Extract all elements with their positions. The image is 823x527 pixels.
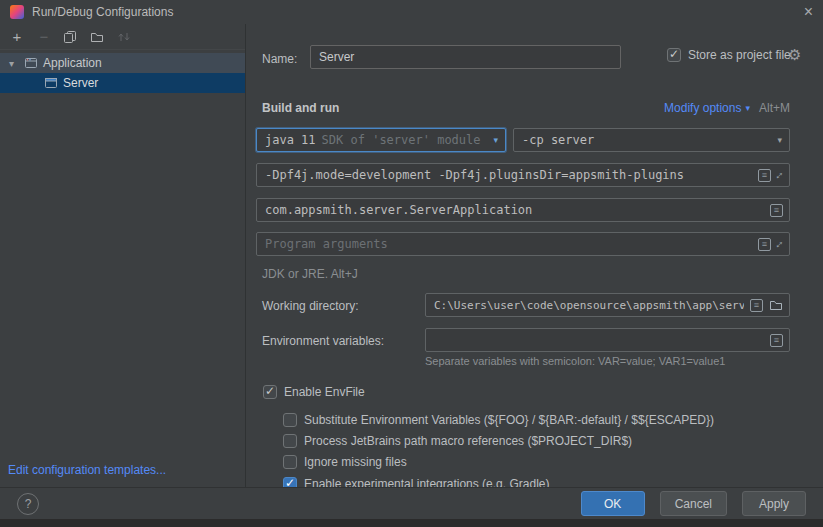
- program-arguments-field[interactable]: Program arguments ≡ ↕: [256, 232, 790, 256]
- remove-icon[interactable]: −: [36, 29, 52, 45]
- help-button[interactable]: ?: [17, 493, 39, 515]
- jre-inline-hint: SDK of 'server' module: [322, 133, 481, 147]
- edit-templates-link[interactable]: Edit configuration templates...: [8, 463, 166, 477]
- gear-icon[interactable]: ⚙: [788, 46, 801, 64]
- jre-combo[interactable]: java 11 SDK of 'server' module ▾: [256, 128, 506, 152]
- process-path-macros-label: Process JetBrains path macro references …: [304, 434, 632, 448]
- expand-field-icon[interactable]: ↕: [774, 169, 787, 182]
- environment-variables-label: Environment variables:: [262, 334, 384, 348]
- cp-value: -cp server: [522, 133, 594, 147]
- main-class-field[interactable]: com.appsmith.server.ServerApplication ≡: [256, 198, 790, 222]
- dialog-title: Run/Debug Configurations: [32, 5, 173, 19]
- cancel-button[interactable]: Cancel: [660, 491, 727, 516]
- macros-icon[interactable]: ≡: [770, 334, 783, 347]
- modify-options-link[interactable]: Modify options: [664, 101, 741, 115]
- modify-options[interactable]: Modify options ▾ Alt+M: [664, 101, 790, 115]
- chevron-down-icon: ▾: [745, 103, 750, 113]
- run-config-icon: [44, 76, 58, 90]
- store-as-project-checkbox[interactable]: [667, 48, 681, 62]
- working-directory-field[interactable]: C:\Users\user\code\opensource\appsmith\a…: [425, 293, 790, 317]
- vm-options-field[interactable]: -Dpf4j.mode=development -Dpf4j.pluginsDi…: [256, 163, 790, 187]
- working-directory-value: C:\Users\user\code\opensource\appsmith\a…: [434, 299, 744, 312]
- ignore-missing-files-checkbox[interactable]: [283, 455, 297, 469]
- enable-envfile-label: Enable EnvFile: [284, 385, 365, 399]
- enable-envfile-checkbox[interactable]: [263, 385, 277, 399]
- modify-options-shortcut: Alt+M: [759, 101, 790, 115]
- name-label: Name:: [262, 52, 297, 66]
- main-class-value: com.appsmith.server.ServerApplication: [265, 203, 764, 217]
- jre-row-hint: JDK or JRE. Alt+J: [262, 267, 358, 281]
- macros-icon[interactable]: ≡: [770, 204, 783, 217]
- tree-item-server[interactable]: Server: [0, 73, 245, 93]
- chevron-down-icon[interactable]: ▾: [777, 135, 782, 145]
- tree-group-application[interactable]: ▾ Application: [0, 53, 245, 73]
- macros-icon[interactable]: ≡: [758, 169, 771, 182]
- chevron-down-icon[interactable]: ▾: [493, 135, 498, 145]
- ignore-missing-files-row[interactable]: Ignore missing files: [283, 454, 407, 470]
- titlebar: Run/Debug Configurations ×: [0, 0, 823, 24]
- application-icon: [24, 56, 38, 70]
- chevron-down-icon[interactable]: ▾: [9, 58, 19, 69]
- copy-icon[interactable]: [63, 30, 79, 44]
- store-as-project-label: Store as project file: [688, 48, 791, 62]
- close-icon[interactable]: ×: [804, 4, 813, 20]
- build-and-run-title: Build and run: [262, 101, 339, 115]
- program-arguments-placeholder: Program arguments: [265, 237, 752, 251]
- macros-icon[interactable]: ≡: [750, 299, 763, 312]
- config-tree: ▾ Application: [0, 50, 245, 93]
- cp-combo[interactable]: -cp server ▾: [513, 128, 790, 152]
- process-path-macros-checkbox[interactable]: [283, 434, 297, 448]
- apply-button[interactable]: Apply: [742, 491, 806, 516]
- environment-variables-hint: Separate variables with semicolon: VAR=v…: [425, 355, 725, 367]
- store-as-project-row[interactable]: Store as project file: [667, 48, 791, 62]
- browse-folder-icon[interactable]: [769, 298, 783, 312]
- working-directory-label: Working directory:: [262, 299, 358, 313]
- expand-field-icon[interactable]: ↕: [774, 238, 787, 251]
- add-icon[interactable]: +: [9, 29, 25, 45]
- background-strip: [0, 519, 823, 527]
- ignore-missing-files-label: Ignore missing files: [304, 455, 407, 469]
- config-form: Name: Store as project file ⚙ Build and …: [247, 24, 823, 488]
- vm-options-value: -Dpf4j.mode=development -Dpf4j.pluginsDi…: [265, 168, 752, 182]
- run-debug-configurations-dialog: Run/Debug Configurations × + −: [0, 0, 823, 527]
- environment-variables-field[interactable]: ≡: [425, 328, 790, 352]
- sort-icon[interactable]: [117, 30, 133, 44]
- tree-group-label: Application: [43, 56, 102, 70]
- macros-icon[interactable]: ≡: [758, 238, 771, 251]
- new-folder-icon[interactable]: [90, 30, 106, 44]
- name-input[interactable]: [310, 45, 621, 69]
- ok-button[interactable]: OK: [581, 491, 645, 516]
- substitute-env-vars-checkbox[interactable]: [283, 413, 297, 427]
- footer-buttons: OK Cancel Apply: [581, 491, 806, 516]
- substitute-env-vars-label: Substitute Environment Variables (${FOO}…: [304, 413, 714, 427]
- sidebar: + − ▾: [0, 24, 246, 487]
- jre-value: java 11: [265, 133, 316, 147]
- tree-item-label: Server: [63, 76, 98, 90]
- app-icon: [10, 5, 24, 19]
- enable-envfile-row[interactable]: Enable EnvFile: [263, 384, 365, 400]
- footer: ? OK Cancel Apply: [0, 487, 823, 519]
- sidebar-toolbar: + −: [0, 24, 245, 50]
- process-path-macros-row[interactable]: Process JetBrains path macro references …: [283, 433, 632, 449]
- substitute-env-vars-row[interactable]: Substitute Environment Variables (${FOO}…: [283, 412, 714, 428]
